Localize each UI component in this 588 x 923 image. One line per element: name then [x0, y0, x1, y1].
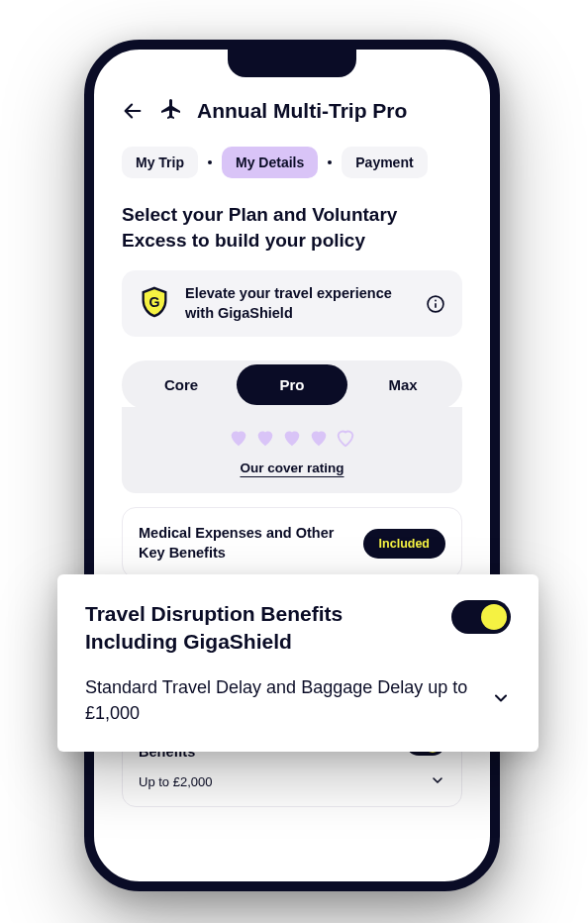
tier-tabs: Core Pro Max: [122, 360, 462, 409]
shield-badge-icon: G: [138, 285, 171, 323]
rating-link[interactable]: Our cover rating: [122, 461, 462, 475]
stepper-dot-icon: [208, 160, 212, 164]
chevron-down-icon[interactable]: [430, 772, 445, 792]
page-title: Annual Multi-Trip Pro: [197, 99, 407, 123]
heart-filled-icon: [308, 427, 330, 453]
promo-banner: G Elevate your travel experience with Gi…: [122, 270, 462, 337]
heart-empty-icon: [335, 427, 356, 453]
heart-filled-icon: [228, 427, 249, 453]
phone-frame: Annual Multi-Trip Pro My Trip My Details…: [84, 40, 500, 891]
tier-max[interactable]: Max: [347, 364, 458, 405]
info-icon[interactable]: [425, 293, 446, 315]
chevron-down-icon[interactable]: [491, 688, 511, 712]
benefit-belongings-sub: Up to £2,000: [139, 774, 212, 789]
benefit-medical-title: Medical Expenses and Other Key Benefits: [139, 524, 351, 563]
float-title: Travel Disruption Benefits Including Gig…: [85, 600, 436, 657]
toggle-knob-icon: [481, 604, 507, 630]
heart-filled-icon: [254, 427, 276, 453]
section-heading: Select your Plan and Voluntary Excess to…: [122, 202, 462, 253]
airplane-icon: [159, 97, 183, 125]
heart-filled-icon: [281, 427, 303, 453]
stepper: My Trip My Details Payment: [122, 147, 462, 178]
tier-core[interactable]: Core: [126, 364, 237, 405]
disruption-toggle[interactable]: [451, 600, 511, 634]
phone-notch: [228, 50, 356, 77]
floating-disruption-card: Travel Disruption Benefits Including Gig…: [57, 574, 539, 752]
rating-box: Our cover rating: [122, 407, 462, 493]
stepper-my-trip[interactable]: My Trip: [122, 147, 198, 178]
promo-text: Elevate your travel experience with Giga…: [185, 284, 411, 323]
hearts-row: [122, 427, 462, 453]
included-badge: Included: [363, 529, 445, 559]
svg-text:G: G: [148, 294, 159, 310]
header: Annual Multi-Trip Pro: [122, 97, 462, 125]
stepper-payment[interactable]: Payment: [342, 147, 427, 178]
tier-pro[interactable]: Pro: [237, 364, 347, 405]
float-title-strong: GigaShield: [183, 630, 292, 653]
stepper-dot-icon: [328, 160, 332, 164]
back-arrow-icon[interactable]: [122, 100, 144, 122]
svg-point-4: [435, 299, 437, 301]
benefit-medical: Medical Expenses and Other Key Benefits …: [122, 507, 462, 577]
float-sub: Standard Travel Delay and Baggage Delay …: [85, 674, 475, 726]
stepper-my-details[interactable]: My Details: [222, 147, 318, 178]
